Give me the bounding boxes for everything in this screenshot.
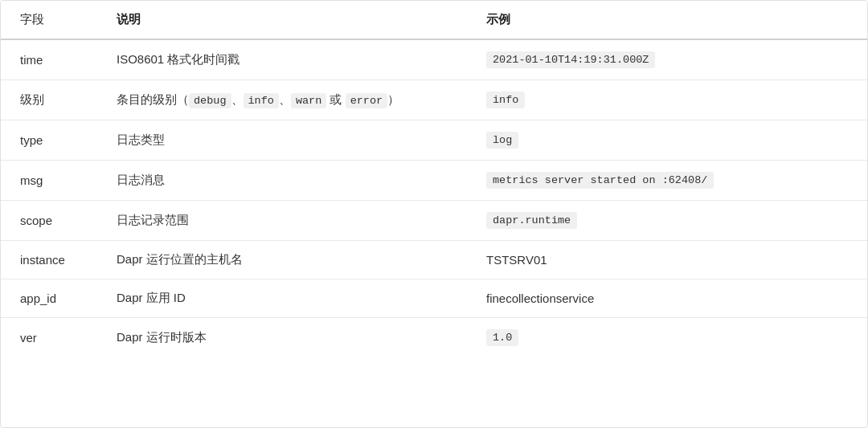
table-row: instanceDapr 运行位置的主机名TSTSRV01 (1, 241, 867, 279)
cell-example: info (467, 80, 867, 120)
table-header-row: 字段 说明 示例 (1, 1, 867, 39)
example-code: dapr.runtime (486, 212, 577, 229)
cell-field: msg (1, 161, 97, 201)
cell-field: app_id (1, 279, 97, 318)
cell-description: 日志类型 (97, 120, 467, 161)
example-code: metrics server started on :62408/ (486, 172, 714, 189)
table-row: timeISO8601 格式化时间戳2021-01-10T14:19:31.00… (1, 39, 867, 80)
table-row: 级别条目的级别（debug、info、warn 或 error）info (1, 80, 867, 120)
table-row: app_idDapr 应用 IDfinecollectionservice (1, 279, 867, 318)
cell-field: instance (1, 241, 97, 279)
example-plain: TSTSRV01 (486, 253, 547, 267)
main-table-container: 字段 说明 示例 timeISO8601 格式化时间戳2021-01-10T14… (0, 0, 868, 428)
header-description: 说明 (97, 1, 467, 39)
cell-example: 2021-01-10T14:19:31.000Z (467, 39, 867, 80)
cell-field: 级别 (1, 80, 97, 120)
cell-example: finecollectionservice (467, 279, 867, 318)
cell-field: type (1, 120, 97, 161)
cell-field: time (1, 39, 97, 80)
cell-description: Dapr 应用 ID (97, 279, 467, 318)
example-code: info (486, 92, 525, 108)
cell-example: metrics server started on :62408/ (467, 161, 867, 201)
table-row: type日志类型log (1, 120, 867, 161)
example-plain: finecollectionservice (486, 291, 594, 305)
inline-code: error (346, 93, 388, 108)
inline-code: warn (291, 93, 326, 108)
cell-description: 日志消息 (97, 161, 467, 201)
table-row: scope日志记录范围dapr.runtime (1, 201, 867, 241)
header-field: 字段 (1, 1, 97, 39)
example-code: log (486, 132, 518, 149)
cell-example: log (467, 120, 867, 161)
table-row: verDapr 运行时版本1.0 (1, 318, 867, 358)
cell-field: ver (1, 318, 97, 358)
cell-example: TSTSRV01 (467, 241, 867, 279)
inline-code: debug (189, 93, 231, 108)
cell-description: Dapr 运行位置的主机名 (97, 241, 467, 279)
cell-field: scope (1, 201, 97, 241)
cell-description: Dapr 运行时版本 (97, 318, 467, 358)
header-example: 示例 (467, 1, 867, 39)
cell-example: 1.0 (467, 318, 867, 358)
cell-description: 日志记录范围 (97, 201, 467, 241)
example-code: 2021-01-10T14:19:31.000Z (486, 51, 655, 68)
cell-description: 条目的级别（debug、info、warn 或 error） (97, 80, 467, 120)
cell-example: dapr.runtime (467, 201, 867, 241)
example-code: 1.0 (486, 329, 518, 346)
table-row: msg日志消息metrics server started on :62408/ (1, 161, 867, 201)
inline-code: info (244, 93, 279, 108)
cell-description: ISO8601 格式化时间戳 (97, 39, 467, 80)
data-table: 字段 说明 示例 timeISO8601 格式化时间戳2021-01-10T14… (1, 1, 867, 357)
